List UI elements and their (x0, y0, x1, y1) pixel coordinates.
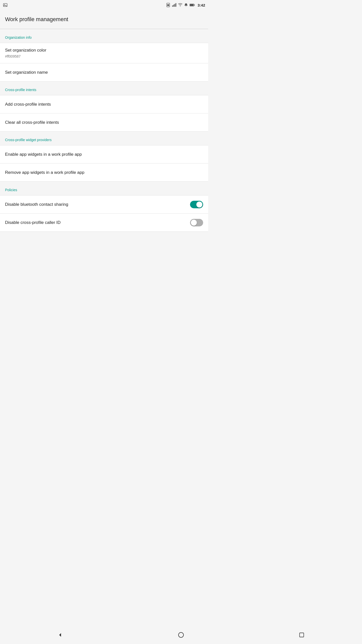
svg-rect-10 (194, 5, 195, 6)
section-label-policies: Policies (5, 188, 17, 192)
status-bar-left-icons (3, 3, 8, 7)
battery-icon (190, 3, 195, 7)
list-item-content-disable-bluetooth-contact-sharing: Disable bluetooth contact sharing (5, 202, 190, 207)
bottom-padding (0, 232, 208, 252)
list-item-title-disable-cross-profile-caller-id: Disable cross-profile caller ID (5, 220, 190, 225)
list-item-title-set-org-name: Set organization name (5, 70, 203, 75)
svg-rect-3 (167, 4, 169, 6)
list-item-add-cross-profile-intents[interactable]: Add cross-profile intents (0, 95, 208, 113)
wifi-icon (178, 3, 183, 7)
list-item-title-disable-bluetooth-contact-sharing: Disable bluetooth contact sharing (5, 202, 190, 207)
list-item-subtitle-set-org-color: #ff009587 (5, 54, 203, 59)
list-item-disable-bluetooth-contact-sharing[interactable]: Disable bluetooth contact sharing (0, 195, 208, 214)
status-bar: 3:42 (0, 0, 208, 10)
svg-rect-6 (174, 4, 175, 7)
section-label-cross-profile-intents: Cross-profile intents (5, 88, 36, 92)
list-item-remove-app-widgets[interactable]: Remove app widgets in a work profile app (0, 164, 208, 182)
signal-icon (172, 3, 176, 7)
toggle-knob-disable-cross-profile-caller-id (191, 220, 197, 226)
svg-rect-4 (172, 6, 173, 7)
app-header: Work profile management (0, 10, 208, 29)
section-label-org-info: Organization info (5, 35, 32, 39)
status-time: 3:42 (198, 3, 205, 7)
list-item-set-org-name[interactable]: Set organization name (0, 63, 208, 82)
list-item-content-clear-all-cross-profile-intents: Clear all cross-profile intents (5, 120, 203, 125)
section-header-org-info: Organization info (0, 31, 208, 43)
section-spacer-policies (0, 182, 208, 184)
list-item-enable-app-widgets[interactable]: Enable app widgets in a work profile app (0, 145, 208, 164)
list-item-title-remove-app-widgets: Remove app widgets in a work profile app (5, 170, 203, 175)
image-icon (3, 3, 8, 7)
list-item-disable-cross-profile-caller-id[interactable]: Disable cross-profile caller ID (0, 214, 208, 232)
list-item-content-disable-cross-profile-caller-id: Disable cross-profile caller ID (5, 220, 190, 225)
svg-point-8 (180, 6, 180, 7)
list-item-content-set-org-name: Set organization name (5, 70, 203, 75)
sim-icon (166, 3, 170, 7)
list-item-title-set-org-color: Set organization color (5, 48, 203, 53)
section-header-cross-profile-widget-providers: Cross-profile widget providers (0, 134, 208, 145)
svg-rect-11 (190, 4, 194, 6)
toggle-knob-disable-bluetooth-contact-sharing (196, 202, 202, 208)
section-spacer-org-info (0, 29, 208, 31)
list-item-content-enable-app-widgets: Enable app widgets in a work profile app (5, 152, 203, 157)
section-header-policies: Policies (0, 184, 208, 195)
list-item-title-enable-app-widgets: Enable app widgets in a work profile app (5, 152, 203, 157)
svg-rect-7 (175, 3, 176, 7)
section-label-cross-profile-widget-providers: Cross-profile widget providers (5, 138, 52, 142)
list-item-content-add-cross-profile-intents: Add cross-profile intents (5, 102, 203, 107)
section-spacer-cross-profile-widget-providers (0, 132, 208, 134)
toggle-disable-cross-profile-caller-id[interactable] (190, 219, 203, 226)
page-title: Work profile management (5, 16, 203, 23)
section-header-cross-profile-intents: Cross-profile intents (0, 84, 208, 95)
list-item-content-set-org-color: Set organization color#ff009587 (5, 48, 203, 59)
list-item-title-add-cross-profile-intents: Add cross-profile intents (5, 102, 203, 107)
section-spacer-cross-profile-intents (0, 82, 208, 84)
notification-icon (184, 3, 188, 7)
list-item-title-clear-all-cross-profile-intents: Clear all cross-profile intents (5, 120, 203, 125)
svg-rect-5 (173, 5, 174, 7)
list-item-content-remove-app-widgets: Remove app widgets in a work profile app (5, 170, 203, 175)
list-item-set-org-color[interactable]: Set organization color#ff009587 (0, 43, 208, 63)
content-area: Organization infoSet organization color#… (0, 29, 208, 252)
status-bar-right-icons: 3:42 (166, 3, 205, 7)
list-item-clear-all-cross-profile-intents[interactable]: Clear all cross-profile intents (0, 113, 208, 132)
toggle-disable-bluetooth-contact-sharing[interactable] (190, 201, 203, 208)
